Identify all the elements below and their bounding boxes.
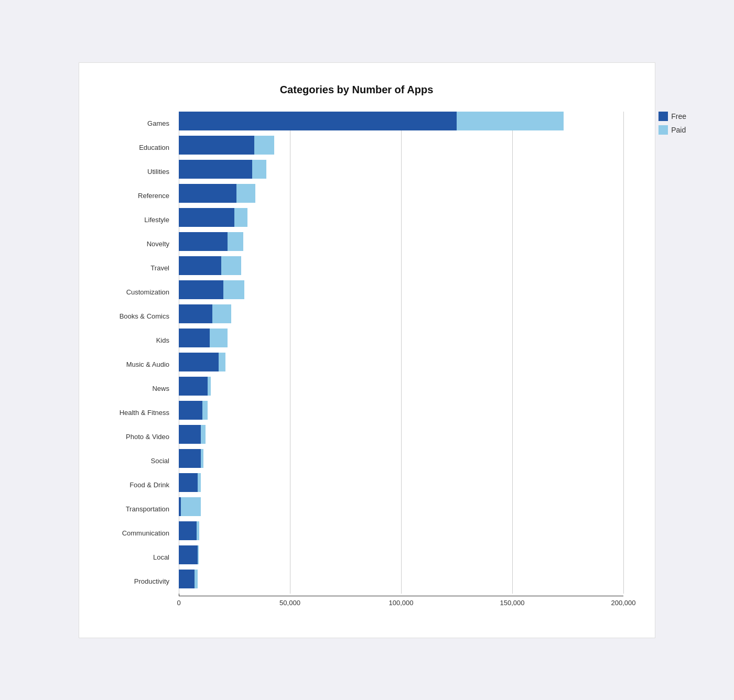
bar-paid	[195, 570, 198, 588]
bar-row	[179, 304, 623, 323]
bar-row	[179, 425, 623, 444]
y-label: Lifestyle	[144, 208, 174, 232]
x-tick: 150,000	[500, 599, 525, 607]
x-axis: 050,000100,000150,000200,000	[179, 596, 623, 611]
bar-row	[179, 545, 623, 564]
bar-free	[179, 570, 195, 588]
y-label: Reference	[138, 184, 174, 208]
legend: Free Paid	[659, 112, 686, 135]
bar-paid	[221, 256, 241, 275]
bar-free	[179, 304, 212, 323]
bar-row	[179, 570, 623, 588]
bar-row	[179, 280, 623, 299]
x-tick: 100,000	[389, 599, 414, 607]
bar-row	[179, 160, 623, 179]
y-label: Travel	[150, 256, 174, 280]
y-label: Customization	[126, 280, 174, 304]
bar-paid	[236, 184, 255, 203]
y-label: Social	[151, 449, 174, 473]
bar-paid	[202, 401, 208, 420]
bar-row	[179, 521, 623, 540]
bar-free	[179, 545, 198, 564]
bar-free	[179, 401, 202, 420]
bar-row	[179, 353, 623, 371]
y-label: Kids	[156, 329, 174, 353]
bar-row	[179, 136, 623, 155]
bar-row	[179, 184, 623, 203]
bar-free	[179, 280, 223, 299]
x-axis-line	[179, 596, 623, 596]
chart-container: Categories by Number of Apps GamesEducat…	[79, 62, 655, 638]
y-label: Music & Audio	[126, 353, 174, 377]
bar-paid	[201, 425, 205, 444]
legend-paid-label: Paid	[671, 126, 686, 134]
bar-paid	[223, 280, 244, 299]
legend-free-label: Free	[671, 112, 686, 121]
bar-free	[179, 256, 221, 275]
y-label: Novelty	[147, 232, 174, 256]
bar-row	[179, 449, 623, 468]
y-label: Education	[139, 136, 174, 160]
grid-line	[623, 112, 624, 594]
bar-paid	[252, 160, 267, 179]
bar-free	[179, 184, 236, 203]
bar-paid	[208, 377, 211, 396]
bar-paid	[254, 136, 274, 155]
bar-paid	[457, 112, 564, 130]
y-label: Transportation	[126, 497, 174, 521]
bar-paid	[197, 521, 199, 540]
y-label: Games	[147, 112, 174, 136]
bar-paid	[198, 473, 201, 492]
y-label: Books & Comics	[120, 304, 174, 329]
bar-row	[179, 473, 623, 492]
x-tick: 200,000	[611, 599, 636, 607]
bar-free	[179, 473, 198, 492]
bar-free	[179, 232, 228, 251]
y-labels: GamesEducationUtilitiesReferenceLifestyl…	[90, 112, 174, 594]
bar-paid	[210, 329, 228, 347]
bar-paid	[219, 353, 225, 371]
bar-free	[179, 136, 254, 155]
bar-free	[179, 377, 208, 396]
chart-title: Categories by Number of Apps	[90, 84, 623, 96]
bar-free	[179, 353, 219, 371]
y-label: Food & Drink	[129, 473, 174, 497]
bars-wrapper	[179, 112, 623, 594]
bar-row	[179, 256, 623, 275]
bar-row	[179, 208, 623, 227]
bar-free	[179, 449, 201, 468]
y-label: Local	[153, 545, 174, 570]
x-tick: 50,000	[279, 599, 300, 607]
x-tick: 0	[177, 599, 180, 607]
bar-paid	[228, 232, 243, 251]
chart-area: GamesEducationUtilitiesReferenceLifestyl…	[90, 112, 623, 611]
y-label: News	[152, 377, 174, 401]
bars-section: 050,000100,000150,000200,000	[179, 112, 623, 611]
bar-free	[179, 329, 210, 347]
y-label: Productivity	[134, 570, 174, 594]
bar-row	[179, 401, 623, 420]
y-label: Utilities	[147, 160, 174, 184]
legend-paid: Paid	[659, 125, 686, 135]
legend-free-box	[659, 112, 668, 121]
bar-row	[179, 377, 623, 396]
bar-row	[179, 497, 623, 516]
legend-free: Free	[659, 112, 686, 121]
y-label: Photo & Video	[126, 425, 174, 449]
bar-free	[179, 160, 252, 179]
bar-row	[179, 329, 623, 347]
bar-free	[179, 521, 197, 540]
bar-paid	[234, 208, 247, 227]
bar-row	[179, 232, 623, 251]
legend-paid-box	[659, 125, 668, 135]
bar-free	[179, 112, 457, 130]
bar-paid	[181, 497, 201, 516]
bar-free	[179, 208, 234, 227]
bar-paid	[198, 545, 199, 564]
y-label: Health & Fitness	[120, 401, 174, 425]
y-label: Communication	[122, 521, 174, 545]
bar-paid	[201, 449, 203, 468]
bar-paid	[212, 304, 231, 323]
bar-free	[179, 425, 201, 444]
bar-row	[179, 112, 623, 130]
